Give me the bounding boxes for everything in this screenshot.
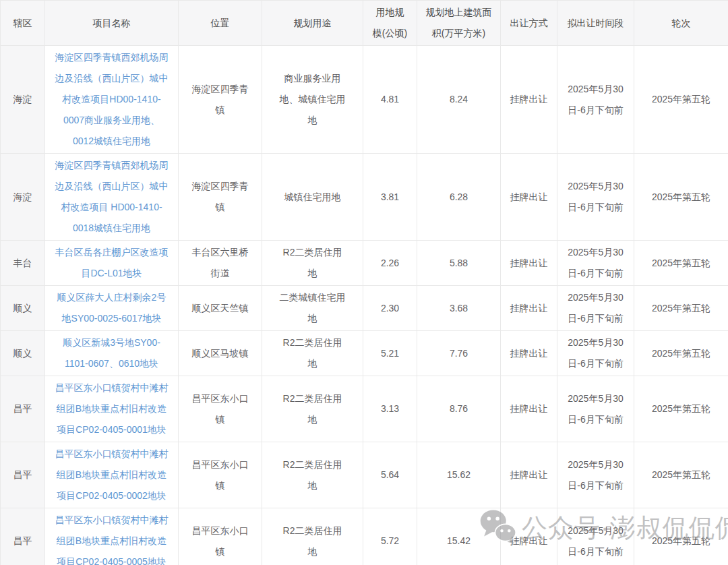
table-row: 海淀 海淀区四季青镇西郊机场周边及沿线（西山片区）城中村改造项目 HD00-14… [1,154,728,241]
cell-district: 昌平 [1,376,45,442]
header-transfer-period: 拟出让时间段 [557,1,634,46]
cell-gfa: 5.88 [417,241,501,286]
cell-project-link[interactable]: 丰台区岳各庄棚户区改造项目DC-L01地块 [45,241,179,286]
cell-district: 丰台 [1,241,45,286]
cell-planned-use: 商业服务业用地、城镇住宅用地 [262,46,363,154]
table-row: 顺义 顺义区薛大人庄村剩余2号地SY00-0025-6017地块 顺义区天竺镇 … [1,286,728,331]
cell-land-area: 5.72 [363,508,417,565]
cell-planned-use: R2二类居住用地 [262,331,363,376]
cell-land-area: 3.81 [363,154,417,241]
cell-district: 昌平 [1,442,45,508]
table-row: 顺义 顺义区新城3号地SY00-1101-0607、0610地块 顺义区马坡镇 … [1,331,728,376]
cell-location: 顺义区马坡镇 [179,331,262,376]
cell-district: 海淀 [1,154,45,241]
table-row: 昌平 昌平区东小口镇贺村中滩村组团B地块重点村旧村改造项目CP02-0405-0… [1,442,728,508]
cell-round: 2025年第五轮 [634,46,728,154]
cell-planned-use: R2二类居住用地 [262,508,363,565]
cell-round: 2025年第五轮 [634,331,728,376]
cell-project-link[interactable]: 海淀区四季青镇西郊机场周边及沿线（西山片区）城中村改造项目 HD00-1410-… [45,154,179,241]
cell-round: 2025年第五轮 [634,508,728,565]
cell-district: 海淀 [1,46,45,154]
cell-planned-use: R2二类居住用地 [262,442,363,508]
cell-location: 昌平区东小口镇 [179,376,262,442]
cell-round: 2025年第五轮 [634,442,728,508]
cell-district: 昌平 [1,508,45,565]
cell-gfa: 6.28 [417,154,501,241]
cell-round: 2025年第五轮 [634,376,728,442]
header-transfer-method: 出让方式 [501,1,557,46]
cell-land-area: 3.13 [363,376,417,442]
cell-transfer-method: 挂牌出让 [501,241,557,286]
cell-project-link[interactable]: 海淀区四季青镇西郊机场周边及沿线（西山片区）城中村改造项目HD00-1410-0… [45,46,179,154]
cell-location: 昌平区东小口镇 [179,508,262,565]
cell-transfer-method: 挂牌出让 [501,508,557,565]
header-land-area: 用地规模(公顷) [363,1,417,46]
cell-transfer-period: 2025年5月30日-6月下旬前 [557,508,634,565]
cell-land-area: 5.64 [363,442,417,508]
cell-transfer-method: 挂牌出让 [501,46,557,154]
cell-location: 海淀区四季青镇 [179,154,262,241]
cell-gfa: 15.42 [417,508,501,565]
table-header-row: 辖区 项目名称 位置 规划用途 用地规模(公顷) 规划地上建筑面积(万平方米) … [1,1,728,46]
cell-transfer-method: 挂牌出让 [501,154,557,241]
cell-land-area: 5.21 [363,331,417,376]
header-location: 位置 [179,1,262,46]
cell-round: 2025年第五轮 [634,286,728,331]
cell-transfer-method: 挂牌出让 [501,286,557,331]
cell-planned-use: 城镇住宅用地 [262,154,363,241]
cell-land-area: 2.26 [363,241,417,286]
cell-transfer-method: 挂牌出让 [501,331,557,376]
cell-gfa: 3.68 [417,286,501,331]
table-row: 昌平 昌平区东小口镇贺村中滩村组团B地块重点村旧村改造项目CP02-0405-0… [1,376,728,442]
cell-round: 2025年第五轮 [634,154,728,241]
table-row: 昌平 昌平区东小口镇贺村中滩村组团B地块重点村旧村改造项目CP02-0405-0… [1,508,728,565]
cell-location: 丰台区六里桥街道 [179,241,262,286]
cell-transfer-period: 2025年5月30日-6月下旬前 [557,331,634,376]
cell-location: 海淀区四季青镇 [179,46,262,154]
cell-gfa: 8.24 [417,46,501,154]
header-planned-use: 规划用途 [262,1,363,46]
cell-gfa: 15.62 [417,442,501,508]
cell-planned-use: 二类城镇住宅用地 [262,286,363,331]
cell-project-link[interactable]: 顺义区薛大人庄村剩余2号地SY00-0025-6017地块 [45,286,179,331]
cell-transfer-period: 2025年5月30日-6月下旬前 [557,241,634,286]
cell-gfa: 7.76 [417,331,501,376]
cell-transfer-period: 2025年5月30日-6月下旬前 [557,46,634,154]
table-row: 丰台 丰台区岳各庄棚户区改造项目DC-L01地块 丰台区六里桥街道 R2二类居住… [1,241,728,286]
table-row: 海淀 海淀区四季青镇西郊机场周边及沿线（西山片区）城中村改造项目HD00-141… [1,46,728,154]
cell-gfa: 8.76 [417,376,501,442]
cell-transfer-period: 2025年5月30日-6月下旬前 [557,286,634,331]
cell-round: 2025年第五轮 [634,241,728,286]
cell-land-area: 2.30 [363,286,417,331]
land-parcel-table: 辖区 项目名称 位置 规划用途 用地规模(公顷) 规划地上建筑面积(万平方米) … [0,0,728,565]
cell-project-link[interactable]: 昌平区东小口镇贺村中滩村组团B地块重点村旧村改造项目CP02-0405-0002… [45,442,179,508]
cell-transfer-method: 挂牌出让 [501,376,557,442]
cell-planned-use: R2二类居住用地 [262,241,363,286]
cell-planned-use: R2二类居住用地 [262,376,363,442]
cell-district: 顺义 [1,286,45,331]
cell-project-link[interactable]: 昌平区东小口镇贺村中滩村组团B地块重点村旧村改造项目CP02-0405-0005… [45,508,179,565]
cell-project-link[interactable]: 昌平区东小口镇贺村中滩村组团B地块重点村旧村改造项目CP02-0405-0001… [45,376,179,442]
header-gfa: 规划地上建筑面积(万平方米) [417,1,501,46]
cell-transfer-period: 2025年5月30日-6月下旬前 [557,376,634,442]
cell-transfer-period: 2025年5月30日-6月下旬前 [557,442,634,508]
header-project-name: 项目名称 [45,1,179,46]
cell-location: 顺义区天竺镇 [179,286,262,331]
header-district: 辖区 [1,1,45,46]
cell-transfer-method: 挂牌出让 [501,442,557,508]
cell-location: 昌平区东小口镇 [179,442,262,508]
cell-land-area: 4.81 [363,46,417,154]
header-round: 轮次 [634,1,728,46]
cell-transfer-period: 2025年5月30日-6月下旬前 [557,154,634,241]
cell-project-link[interactable]: 顺义区新城3号地SY00-1101-0607、0610地块 [45,331,179,376]
cell-district: 顺义 [1,331,45,376]
